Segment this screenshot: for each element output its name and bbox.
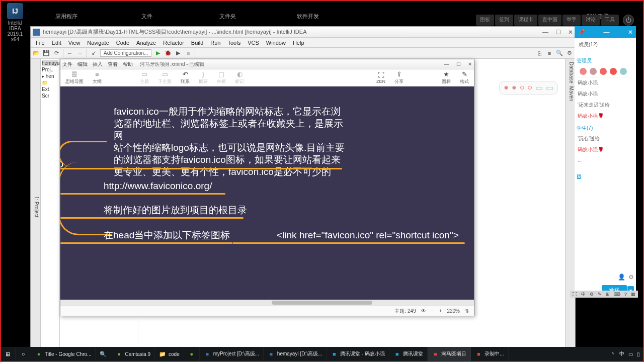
menu-view[interactable]: View [65,39,84,47]
taskbar-item[interactable]: ⊞ [0,347,16,361]
ide-right-gutter[interactable]: Database Maven [565,59,575,354]
taskbar-item[interactable]: ● [184,347,200,361]
xmind-menu[interactable]: 文件 [62,61,72,68]
format-button[interactable]: ✎格式 [460,71,469,85]
tray-expand-icon[interactable]: ＾ [610,350,615,357]
zoom-level[interactable]: 220% [447,308,460,314]
mindmap-node[interactable]: <link href="favicon.ico" rel="shortcut i… [277,229,459,241]
back-icon[interactable]: ← [66,50,73,57]
dock-dev[interactable]: 软件开发 [268,1,348,24]
menu-navigate[interactable]: Navigate [84,39,112,47]
pin-icon[interactable]: 📌 [578,29,585,36]
menu-analyze[interactable]: Analyze [133,39,159,47]
menu-build[interactable]: Build [188,39,206,47]
lang-item[interactable]: ? [623,292,628,297]
xmind-menu[interactable]: 插入 [93,61,103,68]
member-item[interactable]: 码蚁小强 [577,77,634,88]
open-icon[interactable]: 📂 [33,50,40,57]
intellij-desktop-icon[interactable]: IJ IntelliJ IDEA 2019.1 x64 [3,3,27,27]
xmind-canvas[interactable]: o favicon.ico一般用于作为缩略的网站标志，它显示在浏 览器的地址栏、… [60,86,474,306]
horizontal-scrollbar[interactable] [60,300,474,306]
close-icon[interactable]: ✕ [628,29,633,36]
ide-left-gutter[interactable]: 1: Project [31,59,41,354]
lang-item[interactable]: ⊞ [604,292,611,297]
dock-file[interactable]: 文件 [107,1,187,24]
dock-folder[interactable]: 文件夹 [187,1,268,24]
icon-button[interactable]: ★图标 [442,71,451,85]
taskbar-item[interactable]: 📁code [155,347,184,361]
menu-file[interactable]: File [33,39,48,47]
taskbar-item[interactable]: ●Camtasia 9 [111,347,155,361]
vcs-icon[interactable]: ⎘ [536,50,543,57]
power-icon[interactable]: ⏻ [623,15,634,26]
debug-icon[interactable]: 🐞 [165,50,172,57]
ime-language-bar[interactable]: ⛶ 中 ⚙ ✎ ⊞ ⌨ ? ▦ [570,291,638,298]
menu-edit[interactable]: Edit [49,39,64,47]
avatar[interactable] [580,68,587,75]
border-button[interactable]: ▢外框 [217,71,226,85]
ctrl-btn[interactable]: 讨论 [582,15,600,26]
ide-titlebar[interactable]: hemayayi [D:\高级直播班\Day11-HTML与CSS项目\code… [31,27,575,38]
taskbar-item[interactable]: ■录制中... [471,347,508,361]
view-mindmap[interactable]: ☰思维导图 [65,71,84,85]
taskbar-item[interactable]: ●Title - Google Chro... [31,347,96,361]
taskbar-item[interactable]: ■myProject [D:\高级... [200,347,264,361]
menu-code[interactable]: Code [113,39,132,47]
taskbar-item[interactable]: ■腾讯课堂 - 码蚁小强 [327,347,389,361]
zoom-stepper-icon[interactable]: ⇅ [465,308,469,314]
run-icon[interactable]: ▶ [154,50,162,57]
avatar[interactable] [590,68,597,75]
tray-icon[interactable]: ▭ [628,351,633,357]
emoji-icon[interactable]: ○ [527,83,532,93]
menu-refactor[interactable]: Refactor [160,39,187,47]
mindmap-node[interactable]: 将制作好的图片放到项目的根目录 [104,204,247,216]
members-tab[interactable]: 成员(12) [579,41,598,48]
menu-run[interactable]: Run [207,39,223,47]
lang-item[interactable]: ▦ [629,292,637,297]
view-outline[interactable]: ≡大纲 [93,71,102,85]
lang-item[interactable]: ⛶ [571,292,579,297]
avatar[interactable] [600,68,607,75]
lang-item[interactable]: ✎ [596,292,603,297]
ctrl-btn[interactable]: 课程卡 [514,15,537,26]
minimize-icon[interactable]: — [444,61,449,67]
member-item[interactable]: 码蚁小强 [577,88,634,100]
close-icon[interactable]: ✕ [568,29,573,36]
xmind-menu[interactable]: 查看 [108,61,118,68]
share-button[interactable]: ⇪分享 [394,71,404,85]
lang-item[interactable]: ⌨ [612,292,622,297]
zoom-in-icon[interactable]: + [439,308,442,314]
menu-vcs[interactable]: VCS [245,39,262,47]
lang-item[interactable]: 中 [580,291,587,298]
coverage-icon[interactable]: ▶ [175,50,182,57]
proj-root[interactable]: hemayayi [42,60,58,66]
list-item[interactable]: Proj.. [42,66,58,73]
emoji-icon[interactable]: ▭ [535,83,543,93]
chat-header[interactable]: 📌 — ✕ [575,26,636,38]
build-icon[interactable]: ↙ [90,50,97,57]
gear-icon[interactable]: ⚙ [628,274,634,281]
subtopic-button[interactable]: ▭子主题 [158,71,172,85]
lang-item[interactable]: ⚙ [588,292,595,297]
list-item[interactable]: 📁 [42,79,58,86]
taskbar-item[interactable]: ■hemayayi [D:\高级... [264,347,327,361]
mindmap-node[interactable]: favicon.ico一般用于作为缩略的网站标志，它显示在浏 览器的地址栏、浏览… [114,106,345,178]
sync-icon[interactable]: ⟳ [53,50,60,57]
image-icon[interactable]: 🖼 [577,174,634,179]
search-icon[interactable]: 🔍 [556,50,563,57]
tray-ime-icon[interactable]: 中 [619,350,624,357]
ctrl-btn[interactable]: 签到 [495,15,513,26]
forward-icon[interactable]: → [76,50,84,57]
emoji-icon[interactable]: ● [504,83,509,93]
maximize-icon[interactable]: ☐ [456,61,461,67]
list-item[interactable]: Ext [42,86,58,93]
minimize-icon[interactable]: — [604,29,610,36]
mindmap-node[interactable]: 在head当中添加以下标签图标 [104,229,230,241]
taskbar-item[interactable]: ■河马医项目 [428,347,471,361]
reaction-bar[interactable]: ● ● ○ ○ ▭ ▭ [499,81,558,95]
chat-member-list[interactable]: 管理员 码蚁小强 码蚁小强 '还来走迟'送给 码蚁小强🌹 学生(7) '沉心'送… [575,51,636,183]
structure-icon[interactable]: ≡ [546,50,553,57]
menu-help[interactable]: Help [290,39,307,47]
ctrl-btn[interactable]: 图板 [476,15,494,26]
ctrl-btn[interactable]: 直中国 [538,15,561,26]
